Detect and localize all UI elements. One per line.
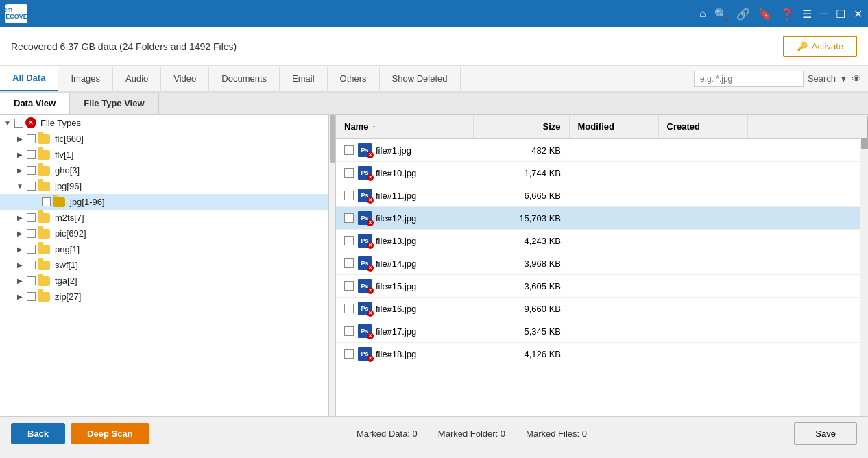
checkbox-gho[interactable] xyxy=(27,166,36,175)
checkbox-flv[interactable] xyxy=(27,150,36,159)
tab-all-data[interactable]: All Data xyxy=(0,66,58,91)
tree-item-jpg[interactable]: ▼ jpg[96] xyxy=(0,178,335,194)
tab-email[interactable]: Email xyxy=(280,67,328,91)
row-checkbox-0[interactable] xyxy=(344,145,354,155)
red-x-2: ✕ xyxy=(367,197,374,204)
close-button[interactable]: ✕ xyxy=(854,8,863,21)
tree-item-png[interactable]: ▶ png[1] xyxy=(0,241,335,257)
tree-item-tga[interactable]: ▶ tga[2] xyxy=(0,273,335,289)
save-button[interactable]: Save xyxy=(794,422,857,445)
ps-icon-6: Ps ✕ xyxy=(358,279,372,293)
tree-item-flc[interactable]: ▶ flc[660] xyxy=(0,131,335,147)
help-icon[interactable]: ❓ xyxy=(780,8,794,21)
activate-button[interactable]: 🔑 Activate xyxy=(783,36,857,57)
col-name-header[interactable]: Name ↑ xyxy=(336,114,473,139)
table-row[interactable]: Ps ✕ file#12.jpg 15,703 KB xyxy=(336,207,868,230)
checkbox-png[interactable] xyxy=(27,245,36,254)
file-size-2: 6,665 KB xyxy=(473,184,569,207)
col-modified-header[interactable]: Modified xyxy=(569,114,658,139)
tree-scrollbar[interactable] xyxy=(328,114,335,416)
checkbox-jpg[interactable] xyxy=(27,182,36,191)
file-name-4: file#13.jpg xyxy=(376,236,416,246)
table-row[interactable]: Ps ✕ file#13.jpg 4,243 KB xyxy=(336,230,868,252)
expand-icon-swf[interactable]: ▶ xyxy=(15,261,25,270)
tree-item-flv[interactable]: ▶ flv[1] xyxy=(0,147,335,162)
tree-label-flc: flc[660] xyxy=(55,134,84,144)
row-checkbox-8[interactable] xyxy=(344,326,354,336)
row-checkbox-6[interactable] xyxy=(344,281,354,291)
table-row[interactable]: Ps ✕ file#1.jpg 482 KB xyxy=(336,139,868,162)
file-scrollbar[interactable] xyxy=(860,114,868,416)
tab-show-deleted[interactable]: Show Deleted xyxy=(380,67,461,91)
back-button[interactable]: Back xyxy=(11,423,65,444)
col-size-header[interactable]: Size xyxy=(473,114,569,139)
row-checkbox-2[interactable] xyxy=(344,191,354,200)
file-name-5: file#14.jpg xyxy=(376,258,416,269)
eye-icon[interactable]: 👁 xyxy=(852,73,861,84)
tab-audio[interactable]: Audio xyxy=(113,67,161,91)
row-checkbox-4[interactable] xyxy=(344,236,354,245)
row-checkbox-5[interactable] xyxy=(344,258,354,268)
tab-video[interactable]: Video xyxy=(161,67,209,91)
expand-icon-m2ts[interactable]: ▶ xyxy=(15,213,25,223)
share-icon[interactable]: 🔗 xyxy=(736,8,750,21)
row-checkbox-3[interactable] xyxy=(344,213,354,223)
tab-data-view[interactable]: Data View xyxy=(0,93,70,114)
ps-icon-1: Ps ✕ xyxy=(358,166,372,180)
expand-icon-filetypes[interactable]: ▼ xyxy=(3,118,12,128)
tree-item-jpg-sub[interactable]: ▶ jpg[1-96] xyxy=(0,194,335,210)
menu-icon[interactable]: ☰ xyxy=(802,8,812,21)
expand-icon-png[interactable]: ▶ xyxy=(15,245,25,254)
expand-icon-flv[interactable]: ▶ xyxy=(15,150,25,160)
search-button[interactable]: Search xyxy=(808,73,836,84)
tree-item-gho[interactable]: ▶ gho[3] xyxy=(0,162,335,178)
row-checkbox-1[interactable] xyxy=(344,168,354,178)
home-icon[interactable]: ⌂ xyxy=(699,8,706,20)
table-row[interactable]: Ps ✕ file#14.jpg 3,968 KB xyxy=(336,252,868,275)
checkbox-m2ts[interactable] xyxy=(27,213,36,222)
expand-icon-flc[interactable]: ▶ xyxy=(15,134,25,144)
expand-icon-zip[interactable]: ▶ xyxy=(15,292,25,302)
tree-item-pic[interactable]: ▶ pic[692] xyxy=(0,226,335,241)
search-input[interactable] xyxy=(694,71,804,87)
tab-file-type-view[interactable]: File Type View xyxy=(70,93,158,114)
bookmark-icon[interactable]: 🔖 xyxy=(758,8,772,21)
table-row[interactable]: Ps ✕ file#17.jpg 5,345 KB xyxy=(336,320,868,343)
ps-icon-2: Ps ✕ xyxy=(358,189,372,202)
col-created-header[interactable]: Created xyxy=(658,114,747,139)
checkbox-swf[interactable] xyxy=(27,261,36,269)
table-row[interactable]: Ps ✕ file#16.jpg 9,660 KB xyxy=(336,298,868,320)
checkbox-zip[interactable] xyxy=(27,292,36,301)
row-checkbox-9[interactable] xyxy=(344,349,354,359)
tree-item-m2ts[interactable]: ▶ m2ts[7] xyxy=(0,210,335,226)
tree-item-zip[interactable]: ▶ zip[27] xyxy=(0,289,335,304)
expand-icon-pic[interactable]: ▶ xyxy=(15,229,25,239)
checkbox-jpg-sub[interactable] xyxy=(42,197,51,206)
minimize-button[interactable]: ─ xyxy=(820,8,828,20)
table-row[interactable]: Ps ✕ file#18.jpg 4,126 KB xyxy=(336,343,868,365)
expand-icon-jpg[interactable]: ▼ xyxy=(15,182,25,191)
file-modified-3 xyxy=(569,207,658,230)
table-row[interactable]: Ps ✕ file#11.jpg 6,665 KB xyxy=(336,184,868,207)
search-icon[interactable]: 🔍 xyxy=(714,8,728,21)
table-row[interactable]: Ps ✕ file#15.jpg 3,605 KB xyxy=(336,275,868,298)
tree-item-swf[interactable]: ▶ swf[1] xyxy=(0,257,335,273)
checkbox-flc[interactable] xyxy=(27,134,36,143)
deep-scan-button[interactable]: Deep Scan xyxy=(71,423,149,444)
table-row[interactable]: Ps ✕ file#10.jpg 1,744 KB xyxy=(336,162,868,184)
red-x-1: ✕ xyxy=(367,174,374,181)
maximize-button[interactable]: ☐ xyxy=(836,8,845,21)
row-checkbox-7[interactable] xyxy=(344,304,354,313)
expand-icon-tga[interactable]: ▶ xyxy=(15,276,25,286)
tab-others[interactable]: Others xyxy=(328,67,380,91)
search-dropdown-icon[interactable]: ▼ xyxy=(840,75,847,83)
file-extra-7 xyxy=(747,298,868,320)
tab-documents[interactable]: Documents xyxy=(209,67,280,91)
tree-item-filetypes[interactable]: ▼ ✕ File Types xyxy=(0,114,335,131)
tab-images[interactable]: Images xyxy=(58,67,113,91)
tree-label-png: png[1] xyxy=(55,244,80,254)
checkbox-filetypes[interactable] xyxy=(14,119,23,128)
checkbox-tga[interactable] xyxy=(27,276,36,285)
checkbox-pic[interactable] xyxy=(27,229,36,238)
expand-icon-gho[interactable]: ▶ xyxy=(15,166,25,176)
